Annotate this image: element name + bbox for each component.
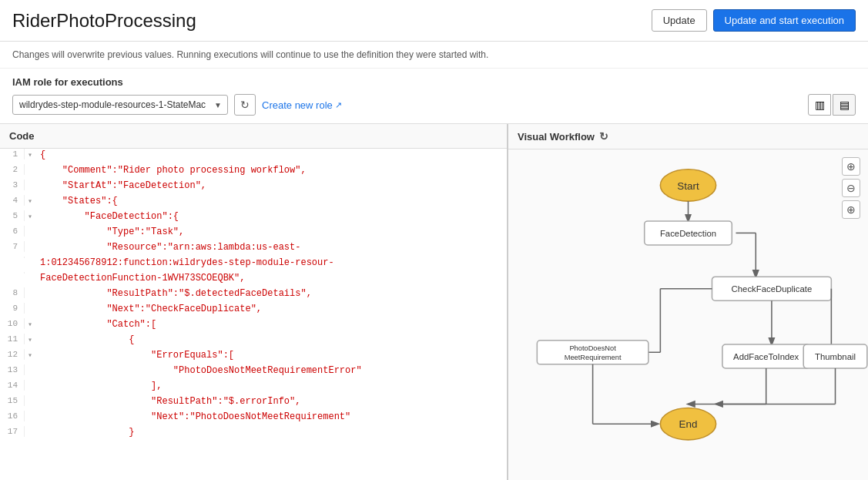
line-number: 14 [0,380,25,391]
line-number: 9 [0,303,25,314]
notice-text: Changes will overwrite previous values. … [0,42,868,69]
addfacetoindex-label: AddFaceToIndex [733,352,799,361]
line-number [0,272,25,274]
line-fold-arrow[interactable]: ▾ [28,349,37,360]
line-content: ], [37,380,507,392]
external-link-icon: ↗ [335,100,342,110]
end-label: End [679,418,698,430]
line-fold-arrow[interactable]: ▾ [28,334,37,344]
line-content: { [37,334,507,346]
workflow-panel-header: Visual Workflow ↻ [508,124,868,149]
split-view-icon: ▥ [815,99,825,111]
line-content: "Comment":"Rider photo processing workfl… [37,164,507,176]
line-fold-arrow[interactable]: ▾ [28,210,37,221]
code-line: 16 "Next":"PhotoDoesNotMeetRequirement" [0,411,507,426]
iam-label: IAM role for executions [12,76,856,88]
workflow-header-label: Visual Workflow [518,131,595,143]
workflow-panel: Visual Workflow ↻ Start FaceDetection Ch… [508,124,868,480]
line-fold-arrow[interactable] [28,411,37,412]
line-content: "States":{ [37,195,507,207]
line-fold-arrow[interactable] [28,180,37,181]
code-line: FaceDetectionFunction-1WVH73SCOEQBK", [0,272,507,287]
code-line: 3 "StartAt":"FaceDetection", [0,180,507,195]
zoom-in-button[interactable]: ⊕ [842,157,860,176]
code-line: 2 "Comment":"Rider photo processing work… [0,164,507,180]
line-number: 12 [0,349,25,360]
update-start-execution-button[interactable]: Update and start execution [713,9,856,32]
line-fold-arrow[interactable] [28,364,37,366]
line-content: "ErrorEquals":[ [37,349,507,361]
line-fold-arrow[interactable] [28,241,37,243]
main-content: Code 1▾{2 "Comment":"Rider photo process… [0,123,868,480]
view-toggle: ▥ ▤ [808,94,856,116]
line-number: 3 [0,180,25,190]
line-number: 17 [0,426,25,437]
header-buttons: Update Update and start execution [652,9,856,32]
iam-role-select-wrap: wildrydes-step-module-resources-1-StateM… [12,95,228,115]
line-fold-arrow[interactable] [28,257,37,258]
zoom-fit-button[interactable]: ⊕ [842,200,860,219]
page-header: RiderPhotoProcessing Update Update and s… [0,0,868,42]
code-line: 8 "ResultPath":"$.detectedFaceDetails", [0,287,507,303]
line-fold-arrow[interactable] [28,226,37,227]
line-content: "Next":"CheckFaceDuplicate", [37,303,507,315]
iam-controls: wildrydes-step-module-resources-1-StateM… [12,94,856,116]
code-line: 5▾ "FaceDetection":{ [0,210,507,226]
code-editor[interactable]: 1▾{2 "Comment":"Rider photo processing w… [0,149,507,480]
code-line: 10▾ "Catch":[ [0,318,507,334]
line-number: 1 [0,149,25,159]
facedetection-label: FaceDetection [660,229,716,238]
single-view-button[interactable]: ▤ [833,94,856,116]
line-fold-arrow[interactable]: ▾ [28,195,37,206]
code-panel: Code 1▾{2 "Comment":"Rider photo process… [0,124,508,480]
refresh-button[interactable]: ↻ [234,94,256,116]
line-fold-arrow[interactable] [28,426,37,428]
line-number [0,257,25,258]
line-content: "Type":"Task", [37,226,507,238]
line-fold-arrow[interactable] [28,303,37,304]
line-fold-arrow[interactable]: ▾ [28,149,37,159]
line-content: "PhotoDoesNotMeetRequirementError" [37,364,507,377]
workflow-refresh-icon[interactable]: ↻ [599,130,608,143]
line-content: "ResultPath":"$.detectedFaceDetails", [37,287,507,300]
line-fold-arrow[interactable] [28,272,37,274]
zoom-in-icon: ⊕ [846,160,856,173]
line-fold-arrow[interactable]: ▾ [28,318,37,329]
single-view-icon: ▤ [840,99,850,111]
workflow-diagram-body: Start FaceDetection CheckFaceDuplicate [508,149,868,480]
update-button[interactable]: Update [652,9,707,32]
checkfaceduplicate-label: CheckFaceDuplicate [732,284,813,294]
thumbnail-label: Thumbnail [815,352,856,361]
photodoesnotmeetrequirement-label1: PhotoDoesNot [569,344,616,352]
line-number: 16 [0,411,25,421]
line-number: 8 [0,287,25,298]
code-line: 1:012345678912:function:wildrydes-step-m… [0,257,507,272]
code-line: 9 "Next":"CheckFaceDuplicate", [0,303,507,318]
code-line: 15 "ResultPath":"$.errorInfo", [0,395,507,411]
line-content: } [37,426,507,438]
line-fold-arrow[interactable] [28,287,37,289]
code-panel-header: Code [0,124,507,149]
iam-role-select[interactable]: wildrydes-step-module-resources-1-StateM… [12,95,228,115]
workflow-zoom-controls: ⊕ ⊖ ⊕ [842,157,860,219]
iam-section: IAM role for executions wildrydes-step-m… [0,69,868,123]
line-number: 11 [0,334,25,344]
line-number: 5 [0,210,25,221]
line-content: "Next":"PhotoDoesNotMeetRequirement" [37,411,507,423]
line-fold-arrow[interactable] [28,380,37,381]
code-line: 14 ], [0,380,507,395]
line-fold-arrow[interactable] [28,164,37,166]
split-view-button[interactable]: ▥ [808,94,831,116]
line-fold-arrow[interactable] [28,395,37,397]
line-content: "Catch":[ [37,318,507,331]
zoom-out-button[interactable]: ⊖ [842,179,860,197]
code-line: 1▾{ [0,149,507,164]
line-content: 1:012345678912:function:wildrydes-step-m… [37,257,507,269]
line-number: 10 [0,318,25,329]
line-content: "Resource":"arn:aws:lambda:us-east- [37,241,507,253]
code-line: 11▾ { [0,334,507,349]
workflow-svg: Start FaceDetection CheckFaceDuplicate [508,149,868,480]
page-title: RiderPhotoProcessing [12,10,196,32]
line-number: 4 [0,195,25,206]
create-new-role-link[interactable]: Create new role ↗ [262,99,342,111]
